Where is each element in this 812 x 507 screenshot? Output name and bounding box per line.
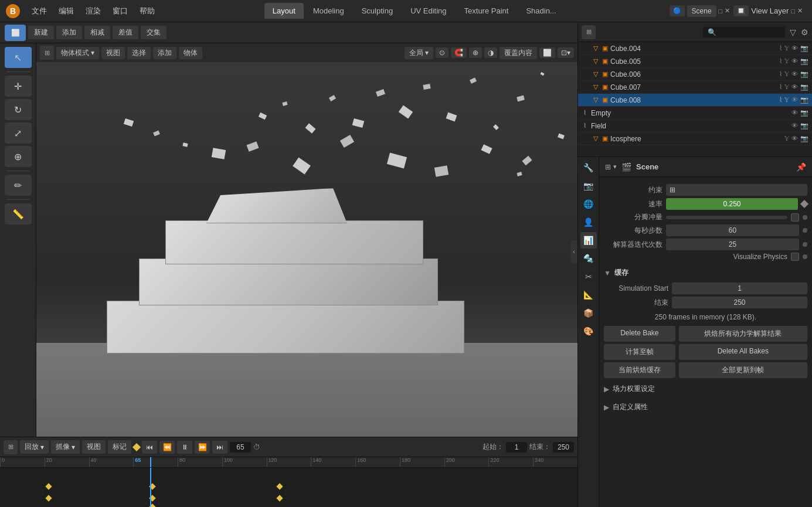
delete-all-btn[interactable]: Delete All Bakes: [679, 344, 807, 360]
bake-all-btn[interactable]: 烘焙所有动力学解算结果: [679, 326, 807, 342]
scene-window-icon[interactable]: □: [719, 8, 723, 15]
viewport-view-btn[interactable]: 视图: [101, 47, 125, 59]
scene-close-icon[interactable]: ✕: [725, 7, 730, 15]
cube004-collapse-icon[interactable]: ▽: [593, 45, 598, 52]
cube008-collapse-icon[interactable]: ▽: [593, 96, 598, 104]
cube005-wire-icon[interactable]: ⌇: [779, 57, 782, 65]
outliner-settings-icon[interactable]: ⚙: [801, 28, 808, 37]
playback-btn[interactable]: 回放 ▾: [20, 440, 49, 454]
keyframe-3[interactable]: [276, 483, 283, 489]
set-subtract-btn[interactable]: 相减: [84, 26, 110, 39]
scene-pin-icon[interactable]: 📌: [796, 162, 806, 172]
keyframe-6[interactable]: [276, 495, 283, 501]
cube006-render-icon[interactable]: 📷: [800, 70, 808, 78]
cube007-render-icon[interactable]: 📷: [800, 83, 808, 91]
cube005-collapse-icon[interactable]: ▽: [593, 57, 598, 65]
cache-collapse-icon[interactable]: ▼: [604, 269, 611, 277]
play-pause-btn[interactable]: ⏸: [177, 441, 192, 454]
annotate-tool-btn[interactable]: ✏: [5, 175, 32, 196]
keyframe-area[interactable]: [0, 468, 577, 507]
constraint-value[interactable]: ⊞: [666, 184, 807, 196]
outliner-item-cube007[interactable]: ▽ ▣ Cube.007 ⌇ 𝕐 👁 📷: [578, 81, 812, 94]
jump-start-btn[interactable]: ⏮: [142, 441, 157, 454]
menu-edit[interactable]: 编辑: [54, 4, 79, 19]
cube008-eye-icon[interactable]: 👁: [791, 96, 798, 104]
set-new-btn[interactable]: 新建: [28, 26, 54, 39]
prop-icon-modifier[interactable]: 🔩: [580, 250, 597, 267]
delete-bake-btn[interactable]: Delete Bake: [604, 326, 675, 342]
view-layer-icon[interactable]: 🔲: [733, 5, 749, 16]
icosphere-render-icon[interactable]: 📷: [800, 135, 808, 142]
menu-window[interactable]: 窗口: [108, 4, 132, 19]
outliner-item-cube008[interactable]: ▽ ▣ Cube.008 ⌇ 𝕐 👁 📷: [578, 94, 812, 107]
speed-value[interactable]: 0.250: [666, 198, 798, 210]
empty-eye-icon[interactable]: 👁: [791, 109, 798, 117]
prop-icon-data[interactable]: 📦: [580, 305, 597, 321]
rotate-tool-btn[interactable]: ↻: [5, 99, 32, 120]
custom-props-header[interactable]: ▶ 自定义属性: [604, 400, 807, 414]
cube005-eye-icon[interactable]: 👁: [791, 57, 798, 65]
cube005-render-icon[interactable]: 📷: [800, 57, 808, 65]
viewport-xray-btn[interactable]: ⬜: [539, 47, 555, 58]
prop-icon-world[interactable]: 🌐: [580, 196, 597, 212]
cube005-restrict-icon[interactable]: 𝕐: [784, 57, 789, 65]
scale-tool-btn[interactable]: ⤢: [5, 123, 32, 144]
outliner-item-icosphere[interactable]: ▽ ▣ Icosphere 𝕐 👁 📷: [578, 132, 812, 145]
steps-value[interactable]: 60: [666, 224, 799, 236]
measure-tool-btn[interactable]: 📏: [5, 203, 32, 224]
prop-icon-material[interactable]: 🎨: [580, 323, 597, 339]
set-intersect-btn[interactable]: 交集: [141, 26, 167, 39]
set-difference-btn[interactable]: 差值: [113, 26, 138, 39]
cube004-render-icon[interactable]: 📷: [800, 45, 808, 52]
speed-keyframe-diamond[interactable]: [800, 200, 808, 208]
step-forward-btn[interactable]: ⏩: [195, 441, 210, 454]
viewport-edge-collapse[interactable]: ‹: [570, 240, 577, 264]
object-mode-dropdown[interactable]: 物体模式▾: [56, 47, 99, 59]
cube007-wire-icon[interactable]: ⌇: [779, 83, 782, 91]
outliner-search[interactable]: 🔍: [703, 27, 785, 38]
start-frame-value[interactable]: 1: [506, 442, 527, 452]
tab-layout[interactable]: Layout: [264, 3, 304, 19]
viewport-add-btn[interactable]: 添加: [153, 47, 176, 59]
calc-to-end-btn[interactable]: 计算至帧: [604, 344, 675, 360]
current-frame-display[interactable]: 65: [230, 442, 251, 452]
field-weight-collapse-icon[interactable]: ▶: [604, 385, 609, 393]
viewport-pivot-btn[interactable]: ⊙: [436, 47, 449, 58]
cube007-collapse-icon[interactable]: ▽: [593, 83, 598, 91]
viewport-3d[interactable]: ‹ ⊞ 物体模式▾ 视图 选择 添加 物体 全局▾ ⊙ 🧲 ⊕: [36, 43, 577, 437]
cache-end-value[interactable]: 250: [672, 297, 807, 308]
tab-modeling[interactable]: Modeling: [305, 3, 352, 19]
bake-cache-btn[interactable]: 当前烘焙缓存: [604, 362, 675, 378]
tab-sculpting[interactable]: Sculpting: [354, 3, 401, 19]
tab-shading[interactable]: Shadin...: [518, 3, 564, 19]
cube008-wire-icon[interactable]: ⌇: [779, 96, 782, 104]
capture-btn[interactable]: 抓像 ▾: [51, 440, 80, 454]
update-all-btn[interactable]: 全部更新到帧: [679, 362, 807, 378]
cube006-collapse-icon[interactable]: ▽: [593, 70, 598, 78]
subframe-checkbox[interactable]: [791, 213, 799, 222]
prop-icon-constraints[interactable]: 📐: [580, 287, 597, 303]
cube007-eye-icon[interactable]: 👁: [791, 83, 798, 91]
cube004-eye-icon[interactable]: 👁: [791, 45, 798, 52]
cube006-wire-icon[interactable]: ⌇: [779, 70, 782, 78]
icosphere-collapse-icon[interactable]: ▽: [593, 135, 598, 142]
cube006-eye-icon[interactable]: 👁: [791, 70, 798, 78]
outliner-item-cube004[interactable]: ▽ ▣ Cube.004 ⌇ 𝕐 👁 📷: [578, 42, 812, 55]
keyframe-4[interactable]: [45, 495, 52, 501]
scene-dropdown-icon[interactable]: 🔵: [670, 5, 685, 16]
sim-start-value[interactable]: 1: [672, 283, 807, 294]
move-tool-btn[interactable]: ✛: [5, 76, 32, 97]
viewport-camera-perspective-dropdown[interactable]: ⊡▾: [558, 47, 574, 58]
timeline-marker-btn[interactable]: 标记: [108, 440, 131, 454]
viewport-snap-btn[interactable]: 🧲: [451, 47, 467, 58]
outliner-item-empty[interactable]: ⌇ Empty 👁 📷: [578, 107, 812, 120]
view-layer-close-icon[interactable]: ✕: [797, 7, 803, 15]
view-layer-window-icon[interactable]: □: [791, 8, 795, 15]
custom-props-collapse-icon[interactable]: ▶: [604, 403, 609, 411]
prop-icon-object[interactable]: 👤: [580, 214, 597, 230]
subframe-value[interactable]: [666, 216, 787, 219]
outliner-item-cube005[interactable]: ▽ ▣ Cube.005 ⌇ 𝕐 👁 📷: [578, 55, 812, 68]
cube004-wire-icon[interactable]: ⌇: [779, 45, 782, 52]
cube006-restrict-icon[interactable]: 𝕐: [784, 70, 789, 78]
cube008-restrict-icon[interactable]: 𝕐: [784, 96, 789, 104]
